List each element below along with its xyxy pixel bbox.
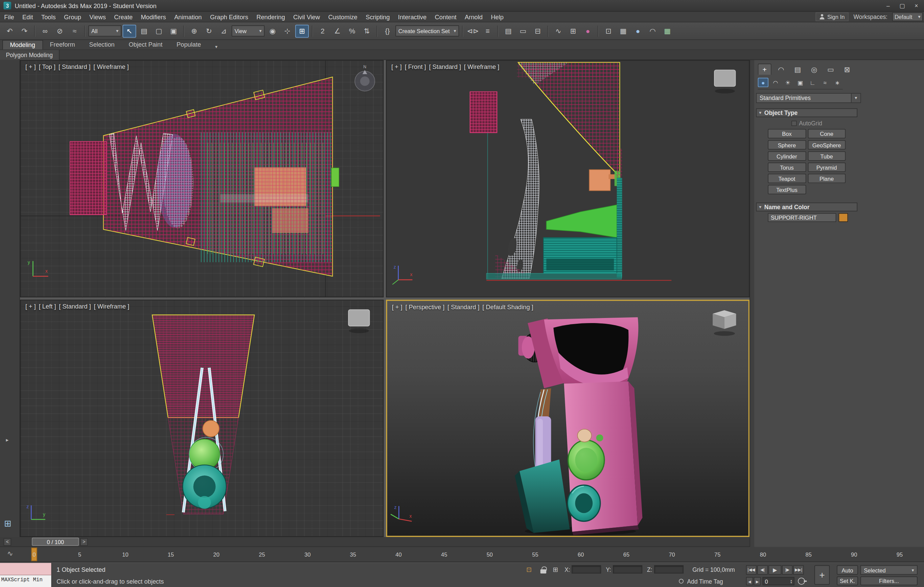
- minimize-button[interactable]: –: [884, 2, 892, 9]
- current-frame-field[interactable]: 0 ▴▾: [763, 577, 794, 585]
- select-and-move-icon[interactable]: ⊕: [187, 24, 201, 37]
- viewport-shading-menu[interactable]: [ Wireframe ]: [94, 303, 130, 310]
- utilities-tab-icon[interactable]: ⊠: [840, 64, 854, 75]
- viewcube[interactable]: [714, 70, 736, 93]
- menu-item[interactable]: File: [0, 12, 18, 22]
- viewport-general-menu[interactable]: [ + ]: [391, 63, 402, 70]
- render-gallery-icon[interactable]: ▦: [660, 24, 674, 37]
- toggle-ribbon-icon[interactable]: ▭: [516, 24, 530, 37]
- render-setup-icon[interactable]: ⊡: [602, 24, 615, 37]
- viewport-standard-menu[interactable]: [ Standard ]: [429, 63, 461, 70]
- viewport-general-menu[interactable]: [ + ]: [25, 63, 36, 70]
- isolate-selection-icon[interactable]: ⊡: [526, 566, 532, 574]
- next-frame-nudge[interactable]: >: [80, 538, 88, 546]
- viewport-top[interactable]: N y x [ + ] [ Top ] [ Standard ] [ Wiref…: [20, 60, 384, 298]
- time-slider[interactable]: < 0 / 100 >: [0, 537, 749, 547]
- viewcube[interactable]: [713, 310, 736, 336]
- key-filter-selected-dropdown[interactable]: Selected: [860, 566, 917, 575]
- menu-item[interactable]: Customize: [324, 12, 361, 22]
- viewport-shading-menu[interactable]: [ Wireframe ]: [93, 63, 129, 70]
- ribbon-tab[interactable]: Selection: [82, 40, 122, 49]
- menu-item[interactable]: Scripting: [361, 12, 394, 22]
- space-warps-category-icon[interactable]: ≈: [820, 78, 830, 87]
- next-key-button[interactable]: ▶: [754, 577, 761, 585]
- next-frame-button[interactable]: |▶: [782, 566, 792, 575]
- menu-item[interactable]: Interactive: [394, 12, 431, 22]
- maxscript-listener-pane[interactable]: MAXScript Min: [0, 575, 51, 587]
- object-type-button[interactable]: Torus: [768, 163, 806, 172]
- select-and-scale-icon[interactable]: ⊿: [217, 24, 230, 37]
- layout-preset-icon[interactable]: ⊞: [4, 518, 12, 529]
- object-type-button[interactable]: GeoSphere: [808, 140, 846, 150]
- speaker-left-wireframe[interactable]: [152, 315, 254, 515]
- material-editor-icon[interactable]: ●: [581, 24, 595, 37]
- redo-icon[interactable]: ↷: [18, 24, 31, 37]
- viewport-standard-menu[interactable]: [ Standard ]: [59, 303, 91, 310]
- viewport-shading-menu[interactable]: [ Default Shading ]: [482, 303, 533, 310]
- named-selection-sets-dropdown[interactable]: Create Selection Set: [395, 25, 459, 36]
- viewport-pov-menu[interactable]: [ Left ]: [39, 303, 56, 310]
- snaps-toggle-2d-icon[interactable]: 2: [316, 24, 329, 37]
- menu-item[interactable]: Civil View: [289, 12, 324, 22]
- menu-item[interactable]: Group: [60, 12, 85, 22]
- viewport-perspective[interactable]: z x [ + ] [ Perspective ] [ Standard ] […: [386, 300, 749, 537]
- polygon-modeling-panel[interactable]: Polygon Modeling: [0, 50, 59, 60]
- ribbon-tab[interactable]: Object Paint: [122, 40, 170, 49]
- motion-tab-icon[interactable]: ◎: [807, 64, 821, 75]
- menu-item[interactable]: Graph Editors: [206, 12, 252, 22]
- systems-category-icon[interactable]: ∗: [832, 78, 843, 87]
- menu-item[interactable]: Views: [85, 12, 110, 22]
- layer-explorer-icon[interactable]: ▤: [502, 24, 515, 37]
- bind-to-space-warp-icon[interactable]: ≈: [68, 24, 81, 37]
- curve-editor-icon[interactable]: ∿: [552, 24, 565, 37]
- previous-frame-nudge[interactable]: <: [3, 538, 11, 546]
- viewport-front[interactable]: z x [ + ] [ Front ] [ Standard ] [ Wiref…: [386, 60, 749, 298]
- viewport-left[interactable]: z y [ + ] [ Left ] [ Standard ] [ Wirefr…: [20, 300, 384, 537]
- menu-item[interactable]: Tools: [37, 12, 60, 22]
- menu-item[interactable]: Rendering: [252, 12, 289, 22]
- viewport-perspective-canvas[interactable]: z x: [387, 301, 749, 536]
- rectangular-selection-region-icon[interactable]: ▢: [152, 24, 166, 37]
- set-keys-button[interactable]: +: [814, 566, 830, 585]
- select-by-name-icon[interactable]: ▤: [137, 24, 151, 37]
- x-coordinate-field[interactable]: [572, 566, 601, 574]
- previous-frame-button[interactable]: ◀|: [757, 566, 768, 575]
- render-in-cloud-icon[interactable]: ◠: [646, 24, 660, 37]
- z-coordinate-field[interactable]: [654, 566, 683, 574]
- angle-snap-icon[interactable]: ∠: [330, 24, 344, 37]
- selection-filter-dropdown[interactable]: All: [88, 25, 121, 36]
- speaker-top-wireframe[interactable]: [70, 77, 339, 276]
- name-color-rollout-header[interactable]: Name and Color: [756, 202, 857, 211]
- helpers-category-icon[interactable]: ∟: [807, 78, 818, 87]
- lights-category-icon[interactable]: ☀: [783, 78, 793, 87]
- scene-explorer-icon[interactable]: ⊟: [531, 24, 544, 37]
- selection-lock-icon[interactable]: [540, 569, 546, 574]
- time-slider-handle[interactable]: 0 / 100: [32, 538, 79, 546]
- hierarchy-tab-icon[interactable]: ▤: [791, 64, 804, 75]
- object-type-button[interactable]: Tube: [808, 151, 846, 161]
- viewport-pov-menu[interactable]: [ Top ]: [39, 63, 56, 70]
- menu-item[interactable]: Modifiers: [137, 12, 170, 22]
- ribbon-tab[interactable]: Populate: [170, 40, 208, 49]
- select-and-manipulate-icon[interactable]: ⊹: [280, 24, 294, 37]
- menu-item[interactable]: Help: [487, 12, 508, 22]
- menu-item[interactable]: Arnold: [460, 12, 487, 22]
- menu-item[interactable]: Edit: [18, 12, 37, 22]
- maximize-button[interactable]: ▢: [898, 2, 906, 9]
- viewport-front-canvas[interactable]: z x: [386, 61, 749, 297]
- rendered-frame-window-icon[interactable]: ▦: [616, 24, 630, 37]
- viewport-general-menu[interactable]: [ + ]: [392, 303, 403, 310]
- viewport-top-canvas[interactable]: N y x: [21, 61, 383, 297]
- menu-item[interactable]: Create: [110, 12, 137, 22]
- object-type-button[interactable]: Cylinder: [768, 151, 806, 161]
- mini-curve-editor-button[interactable]: ∿: [7, 549, 13, 557]
- add-time-tag[interactable]: Add Time Tag: [687, 578, 723, 585]
- ribbon-config-dropdown[interactable]: ▾: [212, 44, 221, 50]
- object-type-button[interactable]: Cone: [808, 129, 846, 138]
- viewport-general-menu[interactable]: [ + ]: [25, 303, 36, 310]
- object-color-swatch[interactable]: [838, 213, 848, 222]
- modify-tab-icon[interactable]: ◠: [774, 64, 788, 75]
- viewport-standard-menu[interactable]: [ Standard ]: [58, 63, 91, 70]
- macro-recorder-pane[interactable]: [0, 563, 51, 575]
- viewport-pov-menu[interactable]: [ Front ]: [405, 63, 426, 70]
